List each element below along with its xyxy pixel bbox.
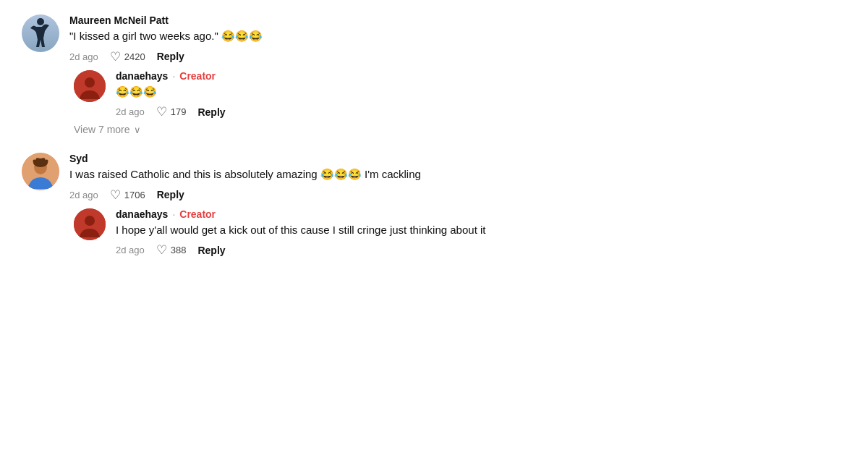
heart-icon-2[interactable]: ♡ — [110, 187, 121, 203]
comment-thread-2: Syd I was raised Catholic and this is ab… — [22, 153, 846, 258]
reply-2: danaehays · Creator I hope y'all would g… — [74, 208, 846, 258]
reply-button-1[interactable]: Reply — [157, 51, 184, 62]
avatar-danae-2 — [74, 208, 106, 240]
reply-1: danaehays · Creator 😂😂😂 2d ago ♡ 179 Rep… — [74, 70, 846, 120]
reply-button-reply-2[interactable]: Reply — [197, 245, 225, 256]
reply-header-2: danaehays · Creator — [116, 208, 846, 220]
reply-button-reply-1[interactable]: Reply — [197, 106, 225, 118]
divider-1 — [22, 144, 846, 153]
chevron-down-icon-1: ∨ — [134, 124, 141, 135]
timestamp-1: 2d ago — [69, 51, 98, 62]
comment-text-1: "I kissed a girl two weeks ago." 😂😂😂 — [69, 28, 846, 45]
reply-like-section-1: ♡ 179 — [156, 104, 187, 119]
reply-body-2: danaehays · Creator I hope y'all would g… — [116, 208, 846, 258]
avatar-syd — [22, 153, 59, 190]
avatar-danae-1 — [74, 70, 106, 102]
reply-timestamp-2: 2d ago — [116, 245, 145, 255]
username-maureen: Maureen McNeil Patt — [69, 14, 169, 26]
svg-point-0 — [37, 18, 44, 25]
reply-body-1: danaehays · Creator 😂😂😂 2d ago ♡ 179 Rep… — [116, 70, 846, 120]
reply-text-2: I hope y'all would get a kick out of thi… — [116, 222, 846, 239]
username-danae-2: danaehays — [116, 208, 168, 220]
comment-header-2: Syd — [69, 153, 846, 164]
comment-meta-2: 2d ago ♡ 1706 Reply — [69, 187, 846, 203]
svg-point-7 — [85, 216, 95, 226]
reply-like-count-2: 388 — [171, 245, 187, 255]
reply-text-1: 😂😂😂 — [116, 84, 846, 101]
comment-meta-1: 2d ago ♡ 2420 Reply — [69, 49, 846, 64]
reply-meta-2: 2d ago ♡ 388 Reply — [116, 242, 846, 258]
heart-icon-reply-1[interactable]: ♡ — [156, 104, 167, 119]
reply-timestamp-1: 2d ago — [116, 106, 145, 117]
like-section-2: ♡ 1706 — [110, 187, 145, 203]
heart-icon-1[interactable]: ♡ — [110, 49, 121, 64]
view-more-1[interactable]: View 7 more ∨ — [74, 124, 846, 135]
reply-button-2[interactable]: Reply — [157, 189, 184, 200]
reply-like-count-1: 179 — [171, 106, 187, 117]
svg-point-2 — [85, 77, 95, 88]
view-more-label-1: View 7 more — [74, 124, 130, 135]
like-count-1: 2420 — [124, 51, 145, 62]
like-count-2: 1706 — [124, 190, 145, 200]
like-section-1: ♡ 2420 — [110, 49, 145, 64]
heart-icon-reply-2[interactable]: ♡ — [156, 242, 167, 258]
comment-text-2: I was raised Catholic and this is absolu… — [69, 166, 846, 183]
timestamp-2: 2d ago — [69, 190, 98, 200]
username-syd: Syd — [69, 153, 88, 164]
reply-header-1: danaehays · Creator — [116, 70, 846, 82]
creator-badge-2: Creator — [179, 208, 216, 220]
comment-header-1: Maureen McNeil Patt — [69, 14, 846, 26]
reply-meta-1: 2d ago ♡ 179 Reply — [116, 104, 846, 119]
comment-body-2: Syd I was raised Catholic and this is ab… — [69, 153, 846, 203]
comment-1: Maureen McNeil Patt "I kissed a girl two… — [22, 14, 846, 64]
avatar-maureen — [22, 14, 59, 52]
comment-body-1: Maureen McNeil Patt "I kissed a girl two… — [69, 14, 846, 64]
creator-badge-1: Creator — [179, 70, 216, 82]
comment-2: Syd I was raised Catholic and this is ab… — [22, 153, 846, 203]
username-danae-1: danaehays — [116, 70, 168, 82]
reply-like-section-2: ♡ 388 — [156, 242, 187, 258]
comment-thread-1: Maureen McNeil Patt "I kissed a girl two… — [22, 14, 846, 135]
